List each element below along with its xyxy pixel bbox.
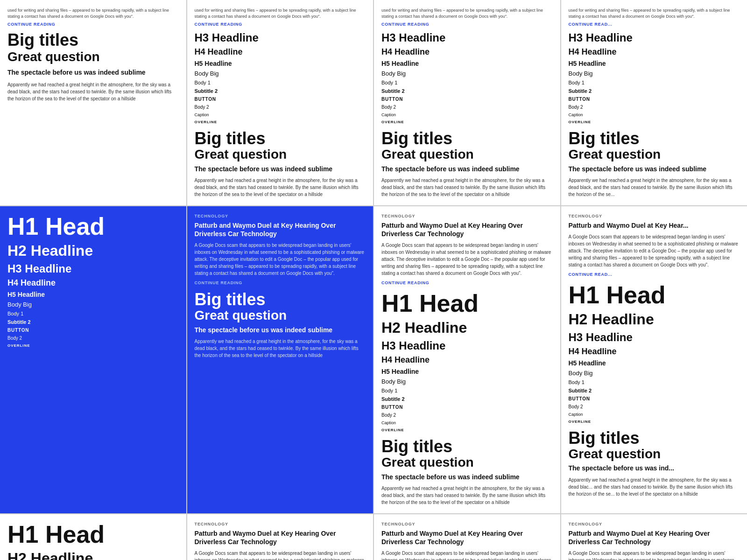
h4-label: H4 Headline bbox=[195, 47, 366, 57]
overline-label: OVERLINE bbox=[195, 120, 366, 124]
body1-4: Body 1 bbox=[569, 379, 740, 385]
body-big-label-4: Body Big bbox=[569, 70, 740, 77]
big-titles-section-row2-3: Big titles Great question The spectacle … bbox=[381, 438, 553, 506]
article-category-blue: TECHNOLOGY bbox=[195, 214, 366, 218]
article-category-3: TECHNOLOGY bbox=[381, 214, 553, 218]
body1-3: Body 1 bbox=[381, 388, 553, 393]
subtitle2-4: Subtitle 2 bbox=[569, 388, 740, 393]
continue-reading-blue[interactable]: CONTINUE READING bbox=[195, 280, 366, 285]
article-body-r3c4: A Google Docs scam that appears to be wi… bbox=[569, 550, 740, 560]
spectacle-r2c4: The spectacle before us was ind... bbox=[569, 464, 740, 472]
article-body-3: A Google Docs scam that appears to be wi… bbox=[381, 242, 553, 277]
article-title-r3c4: Patturb and Waymo Duel at Key Hearing Ov… bbox=[569, 529, 740, 546]
continue-reading-link2[interactable]: CONTINUE READING bbox=[195, 22, 366, 27]
h3-label-3: H3 Headline bbox=[381, 31, 553, 44]
panel-row3-col1: H1 Head H2 Headline H3 Headline H4 Headl… bbox=[0, 514, 186, 560]
continue-reading-link3[interactable]: CONTINUE READING bbox=[381, 22, 553, 27]
h5-label: H5 Headline bbox=[195, 60, 366, 67]
subtitle2-label-3: Subtitle 2 bbox=[381, 88, 553, 94]
h2-3: H2 Headline bbox=[381, 319, 553, 336]
subtitle2-3: Subtitle 2 bbox=[381, 396, 553, 402]
great-question-4: Great question bbox=[569, 147, 740, 162]
type-specimen-col3: H3 Headline H4 Headline H5 Headline Body… bbox=[381, 31, 553, 126]
h5-blue-left: H5 Headline bbox=[7, 291, 179, 298]
h5-4: H5 Headline bbox=[569, 359, 740, 367]
article-category-4: TECHNOLOGY bbox=[569, 214, 740, 218]
spectacle-label: The spectacle before us was indeed subli… bbox=[7, 68, 179, 77]
continue-reading-link4[interactable]: CONTINUE READ... bbox=[569, 22, 740, 27]
type-specimen-col4: H3 Headline H4 Headline H5 Headline Body… bbox=[569, 31, 740, 126]
big-titles-label: Big titles bbox=[7, 31, 179, 49]
article-title-r3c3: Patturb and Waymo Duel at Key Hearing Ov… bbox=[381, 529, 553, 546]
article-title-r3c2: Patturb and Waymo Duel at Key Hearing Ov… bbox=[195, 529, 366, 546]
button-label: BUTTON bbox=[195, 97, 366, 102]
big-titles-section-row2-4: Big titles Great question The spectacle … bbox=[569, 429, 740, 497]
type-specimen-col1: Big titles Great question The spectacle … bbox=[7, 31, 179, 102]
spectacle-3: The spectacle before us was indeed subli… bbox=[381, 165, 553, 173]
h3-label-4: H3 Headline bbox=[569, 31, 740, 44]
h4-blue-left: H4 Headline bbox=[7, 278, 179, 288]
subtitle2-blue-left: Subtitle 2 bbox=[7, 319, 179, 325]
subtitle2-label: Subtitle 2 bbox=[195, 88, 366, 94]
great-question-blue: Great question bbox=[195, 308, 366, 323]
caption-label: Caption bbox=[195, 112, 366, 117]
article-text-top4: used for writing and sharing files – app… bbox=[569, 7, 740, 19]
h4-label-3: H4 Headline bbox=[381, 47, 553, 57]
panel-row2-col2: TECHNOLOGY Patturb and Waymo Duel at Key… bbox=[187, 206, 374, 513]
overline-label-4: OVERLINE bbox=[569, 120, 740, 124]
body-big-blue-left: Body Big bbox=[7, 301, 179, 308]
body-para-2: Apparently we had reached a great height… bbox=[195, 177, 366, 198]
body1-label-3: Body 1 bbox=[381, 80, 553, 85]
big-titles-blue: Big titles Great question The spectacle … bbox=[195, 291, 366, 359]
continue-reading-link[interactable]: CONTINUE READING bbox=[7, 22, 179, 27]
body2-4: Body 2 bbox=[569, 404, 740, 409]
caption-3: Caption bbox=[381, 420, 553, 425]
button-4: BUTTON bbox=[569, 396, 740, 401]
article-title-3: Patturb and Waymo Duel at Key Hearing Ov… bbox=[381, 221, 553, 238]
h5-label-4: H5 Headline bbox=[569, 60, 740, 67]
spectacle-blue: The spectacle before us was indeed subli… bbox=[195, 326, 366, 334]
continue-reading-4[interactable]: CONTINUE READ... bbox=[569, 272, 740, 277]
panel-row3-col3: TECHNOLOGY Patturb and Waymo Duel at Key… bbox=[374, 514, 560, 560]
type-specimen-row2-col4: H1 Head H2 Headline H3 Headline H4 Headl… bbox=[569, 282, 740, 426]
type-specimen-col2: H3 Headline H4 Headline H5 Headline Body… bbox=[195, 31, 366, 126]
type-specimen-row3-col1: H1 Head H2 Headline H3 Headline H4 Headl… bbox=[7, 522, 179, 560]
body-big-3: Body Big bbox=[381, 378, 553, 385]
h4-label-4: H4 Headline bbox=[569, 47, 740, 57]
body1-label-4: Body 1 bbox=[569, 80, 740, 85]
spectacle-r2c3: The spectacle before us was indeed subli… bbox=[381, 473, 553, 481]
body-para-blue: Apparently we had reached a great height… bbox=[195, 338, 366, 359]
subtitle2-label-4: Subtitle 2 bbox=[569, 88, 740, 94]
body2-blue-left: Body 2 bbox=[7, 336, 179, 341]
h4-3: H4 Headline bbox=[381, 355, 553, 365]
overline-label-3: OVERLINE bbox=[381, 120, 553, 124]
body2-label-3: Body 2 bbox=[381, 105, 553, 110]
h1-head-3: H1 Head bbox=[381, 291, 553, 316]
panel-row2-col3: TECHNOLOGY Patturb and Waymo Duel at Key… bbox=[374, 206, 560, 513]
article-body-r3c3: A Google Docs scam that appears to be wi… bbox=[381, 550, 553, 560]
panel-row2-col4: TECHNOLOGY Patturb and Waymo Duel at Key… bbox=[561, 206, 747, 513]
panel-row1-col4: used for writing and sharing files – app… bbox=[561, 0, 747, 205]
body-big-label-3: Body Big bbox=[381, 70, 553, 77]
big-titles-section-4: Big titles Great question The spectacle … bbox=[569, 130, 740, 198]
type-specimen-blue-left: H1 Head H2 Headline H3 Headline H4 Headl… bbox=[7, 214, 179, 350]
body-para-4: Apparently we had reached a great height… bbox=[569, 177, 740, 198]
overline-4: OVERLINE bbox=[569, 420, 740, 424]
panel-row1-col1: used for writing and sharing files – app… bbox=[0, 0, 186, 205]
caption-4: Caption bbox=[569, 412, 740, 417]
button-3: BUTTON bbox=[381, 405, 553, 410]
h3-4: H3 Headline bbox=[569, 331, 740, 344]
caption-label-3: Caption bbox=[381, 112, 553, 117]
panel-row1-col2: used for writing and sharing files – app… bbox=[187, 0, 374, 205]
article-text-top2: used for writing and sharing files – app… bbox=[195, 7, 366, 19]
h1-head-r3c1: H1 Head bbox=[7, 522, 179, 547]
h3-blue-left: H3 Headline bbox=[7, 262, 179, 275]
article-category-r3c4: TECHNOLOGY bbox=[569, 522, 740, 526]
caption-label-4: Caption bbox=[569, 112, 740, 117]
article-title-4: Patturb and Waymo Duel at Key Hear... bbox=[569, 221, 740, 230]
continue-reading-3[interactable]: CONTINUE READING bbox=[381, 280, 553, 285]
body2-label-4: Body 2 bbox=[569, 105, 740, 110]
body-big-label: Body Big bbox=[195, 70, 366, 77]
h2-4: H2 Headline bbox=[569, 311, 740, 328]
great-question-r2c4: Great question bbox=[569, 447, 740, 462]
